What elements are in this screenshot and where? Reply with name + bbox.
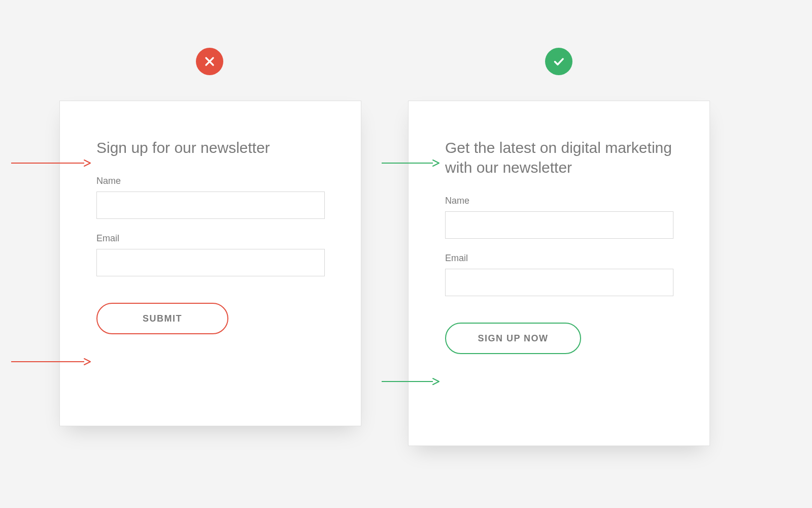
bad-heading: Sign up for our newsletter [96, 138, 324, 157]
arrow-to-good-heading [382, 158, 440, 160]
good-email-field-group: Email [445, 253, 673, 296]
comparison-stage: Sign up for our newsletter Name Email SU… [0, 0, 812, 508]
bad-name-input[interactable] [96, 192, 325, 219]
good-example-card: Get the latest on digital marketing with… [408, 101, 710, 446]
check-icon [552, 55, 565, 68]
bad-badge [196, 48, 223, 75]
x-icon [204, 55, 216, 68]
arrow-to-bad-heading [11, 158, 91, 160]
bad-email-input[interactable] [96, 249, 325, 276]
arrow-to-bad-button [11, 357, 91, 358]
good-heading: Get the latest on digital marketing with… [445, 138, 673, 177]
bad-email-field-group: Email [96, 233, 324, 276]
good-email-label: Email [445, 253, 673, 264]
good-name-field-group: Name [445, 196, 673, 239]
bad-example-card: Sign up for our newsletter Name Email SU… [59, 101, 361, 426]
good-signup-button[interactable]: SIGN UP NOW [445, 323, 581, 354]
arrow-to-good-button [382, 377, 440, 378]
bad-name-label: Name [96, 176, 324, 186]
good-name-label: Name [445, 196, 673, 206]
good-email-input[interactable] [445, 269, 673, 296]
good-name-input[interactable] [445, 211, 673, 239]
bad-email-label: Email [96, 233, 324, 244]
bad-submit-button[interactable]: SUBMIT [96, 303, 228, 334]
good-badge [545, 48, 572, 75]
bad-name-field-group: Name [96, 176, 324, 219]
